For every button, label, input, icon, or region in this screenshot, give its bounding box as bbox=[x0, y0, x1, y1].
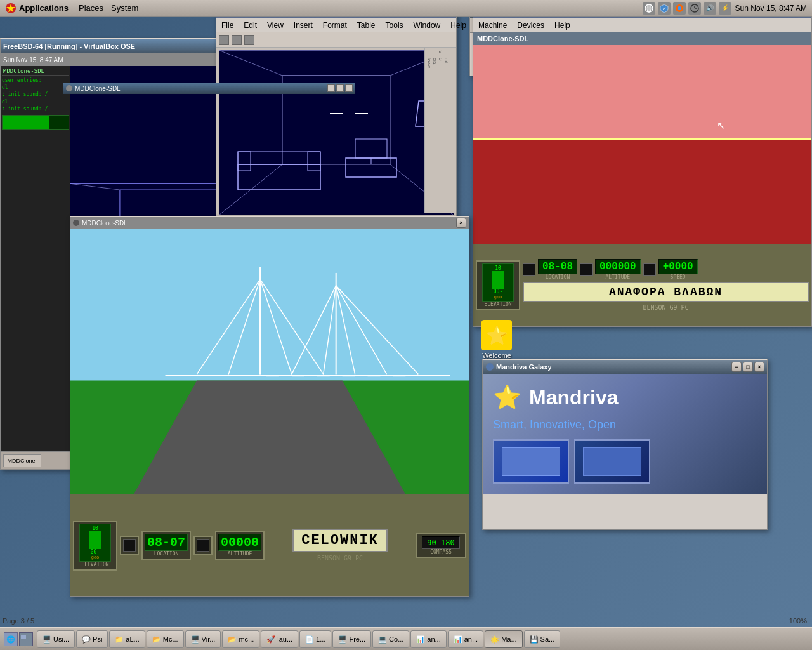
taskbar-btn-usi-label: Usi... bbox=[53, 635, 69, 643]
welcome-desktop-icon[interactable]: ⭐ Welcome bbox=[479, 317, 514, 362]
mandriva-galaxy-titlebar[interactable]: Mandriva Galaxy − □ × bbox=[483, 360, 767, 374]
tray-icon-clock[interactable] bbox=[688, 2, 701, 15]
m32-station-label: BENSON G9-PC bbox=[523, 304, 809, 311]
mandriva-galaxy-min[interactable]: − bbox=[731, 362, 742, 372]
mddclone-small-max[interactable] bbox=[336, 84, 344, 92]
oo-tool-3[interactable] bbox=[244, 35, 254, 45]
zoom-text: 100% bbox=[789, 617, 807, 625]
mddclone-large-close[interactable]: × bbox=[456, 218, 466, 228]
places-menu[interactable]: Places bbox=[79, 3, 103, 13]
taskbar-btn-lau[interactable]: 🚀 lau... bbox=[261, 630, 298, 648]
tray-icon-power[interactable]: ⚡ bbox=[719, 2, 731, 15]
tray-icon-network[interactable] bbox=[643, 2, 655, 15]
taskbar-btn-mc[interactable]: 📂 Mc... bbox=[147, 630, 184, 648]
large-altitude-display: 00000 bbox=[218, 534, 261, 551]
oo-menu-insert[interactable]: Insert bbox=[291, 20, 315, 31]
m32-hud: 10 00- geo ELEVATION 08-08 LOCATION bbox=[473, 244, 811, 326]
m32-menu-devices[interactable]: Devices bbox=[514, 20, 547, 31]
taskbar-btn-1[interactable]: 📄 1... bbox=[299, 630, 331, 648]
m32-ground bbox=[473, 140, 811, 256]
system-clock: Sun Nov 15, 8:47 AM bbox=[735, 4, 807, 13]
mddclone-small-close[interactable] bbox=[345, 84, 353, 92]
mandriva-galaxy-max[interactable]: □ bbox=[743, 362, 753, 372]
desktop-btn-1[interactable]: 🌐 bbox=[4, 632, 18, 646]
large-target-area: CELOWNIK BENSON G9-PC bbox=[267, 529, 413, 562]
taskbar-btn-vir-icon: 🖥️ bbox=[191, 635, 200, 644]
taskbar-btn-an1[interactable]: 📊 an... bbox=[410, 630, 446, 648]
oo-menu-tools[interactable]: Tools bbox=[383, 20, 406, 31]
m32-menu-help[interactable]: Help bbox=[552, 20, 573, 31]
taskbar-btn-co-icon: 💻 bbox=[378, 635, 387, 644]
tray-icon-shield[interactable]: ✓ bbox=[658, 2, 671, 15]
taskbar-btn-mc2[interactable]: 📂 mc... bbox=[222, 630, 259, 648]
taskbar-btn-vir[interactable]: 🖥️ Vir... bbox=[185, 630, 221, 648]
oo-menu-table[interactable]: Table bbox=[355, 20, 378, 31]
m32-inner-title: MDDClone-SDL bbox=[473, 32, 811, 45]
oo-menu-file[interactable]: File bbox=[219, 20, 236, 31]
large-elev-bar bbox=[89, 531, 102, 549]
taskbar-btn-co[interactable]: 💻 Co... bbox=[372, 630, 409, 648]
tray-icon-firefox[interactable] bbox=[673, 2, 686, 15]
mandriva32-window: Mandriva-32 [Running] − □ × Machine Devi… bbox=[473, 3, 812, 327]
taskbar-btn-ma-label: Ma... bbox=[501, 635, 516, 643]
m32-loc-group: 08-08 LOCATION bbox=[538, 259, 577, 280]
large-station-text: BENSON G9-PC bbox=[317, 555, 363, 562]
applications-menu[interactable]: Applications bbox=[0, 0, 74, 16]
taskbar-btn-sa[interactable]: 💾 Sa... bbox=[524, 630, 561, 648]
mddclone-large-ctrl: × bbox=[456, 218, 466, 228]
oo-tool-2[interactable] bbox=[232, 35, 242, 45]
tray-icon-volume[interactable]: 🔊 bbox=[704, 2, 716, 15]
oo-menu-format[interactable]: Format bbox=[320, 20, 350, 31]
desktop-switcher: 🌐 bbox=[1, 632, 36, 646]
taskbar-btn-usi-icon: 🖥️ bbox=[43, 635, 51, 644]
large-elev-top: 10 bbox=[92, 526, 98, 531]
oo-menu-edit[interactable]: Edit bbox=[241, 20, 259, 31]
system-menu[interactable]: System bbox=[111, 3, 138, 13]
oo-tool-1[interactable] bbox=[219, 35, 229, 45]
taskbar-btn-ma[interactable]: 🌟 Ma... bbox=[485, 630, 522, 648]
taskbar-btn-an1-label: an... bbox=[427, 635, 440, 643]
welcome-icon-image: ⭐ bbox=[481, 320, 512, 350]
m32-game-display: ↖ bbox=[473, 45, 811, 256]
taskbar-btn-usi[interactable]: 🖥️ Usi... bbox=[37, 630, 75, 648]
taskbar-btn-an1-icon: 📊 bbox=[416, 635, 425, 644]
oo-arrow-left: < bbox=[426, 49, 455, 55]
large-location-label: LOCATION bbox=[154, 551, 179, 557]
large-blank-panel2 bbox=[193, 536, 213, 555]
taskbar-btn-fre-icon: 🖥️ bbox=[338, 635, 347, 644]
m32-hud-sq1 bbox=[523, 263, 535, 276]
galaxy-logo-text: Mandriva bbox=[529, 386, 618, 409]
oo-menu-window[interactable]: Window bbox=[411, 20, 443, 31]
pager-4 bbox=[27, 640, 32, 644]
taskbar-btn-psi-icon: 💬 bbox=[82, 635, 91, 644]
mddclone-small-titlebar: MDDClone-SDL bbox=[63, 83, 355, 94]
galaxy-star-icon: ⭐ bbox=[493, 384, 521, 411]
oo-menu-help[interactable]: Help bbox=[448, 20, 469, 31]
large-blank2 bbox=[197, 539, 209, 552]
taskbar-btn-al[interactable]: 📁 aL... bbox=[109, 630, 145, 648]
large-altitude-panel: 00000 ALTITUDE bbox=[215, 531, 265, 560]
vbox-task-mdd[interactable]: MDDClone- bbox=[3, 454, 41, 467]
galaxy-logo: ⭐ Mandriva bbox=[493, 384, 757, 411]
taskbar-btn-an2[interactable]: 📊 an... bbox=[448, 630, 483, 648]
m32-elevation-label: ELEVATION bbox=[484, 302, 511, 307]
taskbar-btn-psi[interactable]: 💬 Psi bbox=[76, 630, 108, 648]
desktop-pager-1[interactable] bbox=[19, 632, 33, 646]
mddclone-small-min[interactable] bbox=[327, 84, 335, 92]
taskbar-btn-an2-label: an... bbox=[464, 635, 478, 643]
large-blank-panel1 bbox=[120, 536, 139, 555]
large-location-display: 08-07 bbox=[145, 534, 188, 551]
oo-drawing-area bbox=[219, 50, 454, 215]
large-target-display: CELOWNIK bbox=[292, 529, 388, 552]
large-elevation-screen: 10 00- geo bbox=[79, 524, 111, 562]
taskbar-btn-fre[interactable]: 🖥️ Fre... bbox=[332, 630, 371, 648]
oo-menu-view[interactable]: View bbox=[265, 20, 286, 31]
m32-altitude-display: 000000 bbox=[595, 259, 641, 274]
mandriva-galaxy-close[interactable]: × bbox=[754, 362, 764, 372]
m32-menu-machine[interactable]: Machine bbox=[476, 20, 509, 31]
applications-label: Applications bbox=[19, 3, 69, 13]
oo-sidebar-text: lowecia0dd bbox=[426, 58, 449, 68]
openoffice-window: analiza-Ender-spr-1-pr9-zaaw... - OpenOf… bbox=[216, 3, 457, 238]
zoom-indicator: 100% bbox=[789, 617, 807, 625]
large-elev-0: 00- bbox=[91, 549, 100, 555]
